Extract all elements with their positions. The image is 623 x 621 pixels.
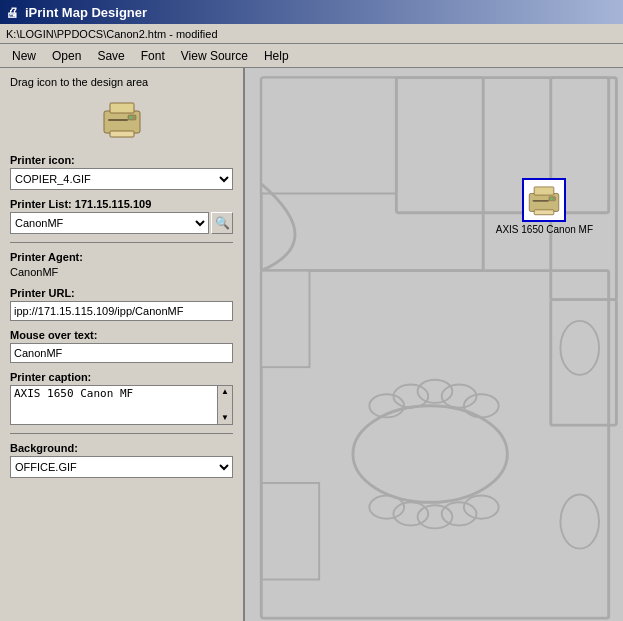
title-bar: 🖨 iPrint Map Designer <box>0 0 623 24</box>
svg-point-16 <box>418 380 453 403</box>
menu-new[interactable]: New <box>4 47 44 65</box>
scroll-up-arrow[interactable]: ▲ <box>221 388 229 396</box>
mouse-over-text-label: Mouse over text: <box>10 329 233 341</box>
svg-rect-5 <box>108 119 128 121</box>
file-path: K:\LOGIN\PPDOCS\Canon2.htm - modified <box>6 28 218 40</box>
printer-list-label: Printer List: 171.15.115.109 <box>10 198 233 210</box>
menu-save[interactable]: Save <box>89 47 132 65</box>
svg-rect-27 <box>530 193 559 211</box>
svg-rect-29 <box>535 210 555 215</box>
printer-icon-preview[interactable] <box>97 94 147 144</box>
svg-point-21 <box>418 505 453 528</box>
svg-point-25 <box>560 495 599 549</box>
svg-rect-26 <box>261 483 319 580</box>
map-printer-label: AXIS 1650 Canon MF <box>496 224 593 235</box>
svg-point-20 <box>393 502 428 525</box>
map-area[interactable]: AXIS 1650 Canon MF <box>245 68 623 621</box>
map-printer-svg <box>526 182 562 218</box>
svg-rect-2 <box>110 131 134 137</box>
printer-preview-svg <box>100 97 144 141</box>
menu-help[interactable]: Help <box>256 47 297 65</box>
svg-rect-9 <box>261 271 608 618</box>
printer-agent-value: CanonMF <box>10 265 233 279</box>
menu-view-source[interactable]: View Source <box>173 47 256 65</box>
map-printer-icon-box[interactable] <box>522 178 566 222</box>
printer-url-input[interactable] <box>10 301 233 321</box>
menu-bar: New Open Save Font View Source Help <box>0 44 623 68</box>
printer-caption-wrapper: AXIS 1650 Canon MF ▲ ▼ <box>10 385 233 425</box>
printer-icon-select[interactable]: COPIER_4.GIF <box>10 168 233 190</box>
svg-point-13 <box>353 406 507 503</box>
svg-point-31 <box>550 198 552 200</box>
app-title: iPrint Map Designer <box>25 5 147 20</box>
svg-rect-1 <box>110 103 134 113</box>
menu-open[interactable]: Open <box>44 47 89 65</box>
svg-point-4 <box>129 116 132 119</box>
divider-1 <box>10 242 233 243</box>
background-label: Background: <box>10 442 233 454</box>
divider-2 <box>10 433 233 434</box>
svg-point-22 <box>442 502 477 525</box>
background-select[interactable]: OFFICE.GIF <box>10 456 233 478</box>
printer-caption-label: Printer caption: <box>10 371 233 383</box>
map-printer-icon[interactable]: AXIS 1650 Canon MF <box>496 178 593 235</box>
svg-rect-12 <box>551 300 617 425</box>
scroll-down-arrow[interactable]: ▼ <box>221 414 229 422</box>
svg-point-23 <box>464 496 499 519</box>
mouse-over-text-input[interactable] <box>10 343 233 363</box>
left-panel: Drag icon to the design area Printer ico… <box>0 68 245 621</box>
menu-font[interactable]: Font <box>133 47 173 65</box>
printer-list-select[interactable]: CanonMF <box>10 212 209 234</box>
printer-caption-textarea[interactable]: AXIS 1650 Canon MF <box>10 385 217 425</box>
floor-plan-svg <box>245 68 623 621</box>
svg-rect-7 <box>261 78 396 194</box>
app-icon: 🖨 <box>6 5 19 20</box>
printer-search-button[interactable]: 🔍 <box>211 212 233 234</box>
svg-rect-10 <box>261 271 309 368</box>
svg-rect-0 <box>104 111 140 133</box>
caption-scrollbar[interactable]: ▲ ▼ <box>217 385 233 425</box>
svg-point-24 <box>560 321 599 375</box>
svg-rect-32 <box>533 200 549 202</box>
svg-rect-28 <box>535 187 555 195</box>
svg-point-19 <box>369 496 404 519</box>
printer-icon-label: Printer icon: <box>10 154 233 166</box>
drag-instruction: Drag icon to the design area <box>10 76 233 88</box>
printer-list-wrapper: CanonMF 🔍 <box>10 212 233 234</box>
printer-url-label: Printer URL: <box>10 287 233 299</box>
svg-point-15 <box>393 385 428 408</box>
main-container: Drag icon to the design area Printer ico… <box>0 68 623 621</box>
path-bar: K:\LOGIN\PPDOCS\Canon2.htm - modified <box>0 24 623 44</box>
printer-agent-label: Printer Agent: <box>10 251 233 263</box>
